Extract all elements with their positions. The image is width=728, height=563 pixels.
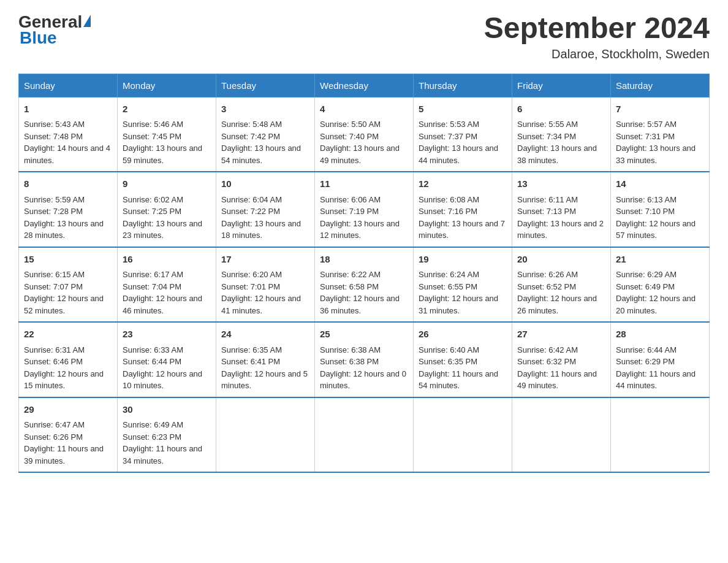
sunrise-text: Sunrise: 6:08 AMSunset: 7:16 PMDaylight:… [419,195,505,240]
calendar-cell [216,397,315,473]
logo-blue-text: Blue [20,28,57,48]
sunrise-text: Sunrise: 6:31 AMSunset: 6:46 PMDaylight:… [24,345,104,391]
column-header-tuesday: Tuesday [216,74,315,97]
calendar-cell: 12 Sunrise: 6:08 AMSunset: 7:16 PMDaylig… [414,172,512,247]
calendar-cell: 14 Sunrise: 6:13 AMSunset: 7:10 PMDaylig… [611,172,710,247]
calendar-cell: 25 Sunrise: 6:38 AMSunset: 6:38 PMDaylig… [315,322,414,397]
week-row-1: 1 Sunrise: 5:43 AMSunset: 7:48 PMDayligh… [19,97,710,172]
day-number: 8 [24,177,112,191]
calendar-cell: 21 Sunrise: 6:29 AMSunset: 6:49 PMDaylig… [611,247,710,323]
column-header-thursday: Thursday [414,74,512,97]
calendar-cell: 29 Sunrise: 6:47 AMSunset: 6:26 PMDaylig… [19,397,118,473]
day-number: 9 [123,177,211,191]
day-number: 22 [24,327,112,342]
sunrise-text: Sunrise: 5:55 AMSunset: 7:34 PMDaylight:… [517,120,597,165]
calendar-cell [512,397,611,473]
sunrise-text: Sunrise: 5:46 AMSunset: 7:45 PMDaylight:… [123,120,202,165]
sunrise-text: Sunrise: 6:13 AMSunset: 7:10 PMDaylight:… [616,195,696,240]
sunrise-text: Sunrise: 6:33 AMSunset: 6:44 PMDaylight:… [123,345,202,391]
month-title: September 2024 [484,12,710,45]
sunrise-text: Sunrise: 6:04 AMSunset: 7:22 PMDaylight:… [221,195,301,240]
column-header-sunday: Sunday [19,74,118,97]
sunrise-text: Sunrise: 6:06 AMSunset: 7:19 PMDaylight:… [320,195,400,240]
sunrise-text: Sunrise: 6:44 AMSunset: 6:29 PMDaylight:… [616,345,696,391]
sunrise-text: Sunrise: 6:42 AMSunset: 6:32 PMDaylight:… [517,345,597,391]
day-number: 19 [419,253,507,267]
week-row-2: 8 Sunrise: 5:59 AMSunset: 7:28 PMDayligh… [19,172,710,247]
day-number: 29 [24,403,112,417]
calendar-cell: 17 Sunrise: 6:20 AMSunset: 7:01 PMDaylig… [216,247,315,323]
calendar-cell: 23 Sunrise: 6:33 AMSunset: 6:44 PMDaylig… [118,322,216,397]
day-number: 6 [517,102,605,117]
day-number: 18 [320,253,408,267]
calendar-cell: 22 Sunrise: 6:31 AMSunset: 6:46 PMDaylig… [19,322,118,397]
day-number: 5 [419,102,507,117]
calendar-cell: 1 Sunrise: 5:43 AMSunset: 7:48 PMDayligh… [19,97,118,172]
sunrise-text: Sunrise: 6:11 AMSunset: 7:13 PMDaylight:… [517,195,604,240]
sunrise-text: Sunrise: 6:29 AMSunset: 6:49 PMDaylight:… [616,270,696,315]
calendar-cell: 3 Sunrise: 5:48 AMSunset: 7:42 PMDayligh… [216,97,315,172]
calendar-cell: 2 Sunrise: 5:46 AMSunset: 7:45 PMDayligh… [118,97,216,172]
logo-triangle-icon [83,15,91,27]
sunrise-text: Sunrise: 6:02 AMSunset: 7:25 PMDaylight:… [123,195,202,240]
day-number: 16 [123,253,211,267]
calendar-cell: 7 Sunrise: 5:57 AMSunset: 7:31 PMDayligh… [611,97,710,172]
column-header-saturday: Saturday [611,74,710,97]
day-number: 24 [221,327,309,342]
sunrise-text: Sunrise: 5:57 AMSunset: 7:31 PMDaylight:… [616,120,696,165]
week-row-4: 22 Sunrise: 6:31 AMSunset: 6:46 PMDaylig… [19,322,710,397]
calendar-cell: 5 Sunrise: 5:53 AMSunset: 7:37 PMDayligh… [414,97,512,172]
day-number: 13 [517,177,605,191]
calendar-cell: 9 Sunrise: 6:02 AMSunset: 7:25 PMDayligh… [118,172,216,247]
day-number: 30 [123,403,211,417]
calendar-cell: 20 Sunrise: 6:26 AMSunset: 6:52 PMDaylig… [512,247,611,323]
day-number: 14 [616,177,704,191]
day-number: 12 [419,177,507,191]
header-right: September 2024 Dalaroe, Stockholm, Swede… [484,12,710,61]
day-number: 2 [123,102,211,117]
sunrise-text: Sunrise: 6:49 AMSunset: 6:23 PMDaylight:… [123,420,202,465]
calendar-cell [315,397,414,473]
column-header-friday: Friday [512,74,611,97]
sunrise-text: Sunrise: 6:24 AMSunset: 6:55 PMDaylight:… [419,270,498,315]
sunrise-text: Sunrise: 5:43 AMSunset: 7:48 PMDaylight:… [24,120,110,165]
day-number: 28 [616,327,704,342]
sunrise-text: Sunrise: 5:53 AMSunset: 7:37 PMDaylight:… [419,120,498,165]
sunrise-text: Sunrise: 6:38 AMSunset: 6:38 PMDaylight:… [320,345,406,391]
calendar-cell: 11 Sunrise: 6:06 AMSunset: 7:19 PMDaylig… [315,172,414,247]
sunrise-text: Sunrise: 5:50 AMSunset: 7:40 PMDaylight:… [320,120,400,165]
day-number: 10 [221,177,309,191]
calendar-cell: 26 Sunrise: 6:40 AMSunset: 6:35 PMDaylig… [414,322,512,397]
column-header-wednesday: Wednesday [315,74,414,97]
sunrise-text: Sunrise: 6:22 AMSunset: 6:58 PMDaylight:… [320,270,400,315]
calendar-cell: 10 Sunrise: 6:04 AMSunset: 7:22 PMDaylig… [216,172,315,247]
calendar-header-row: SundayMondayTuesdayWednesdayThursdayFrid… [19,74,710,97]
day-number: 23 [123,327,211,342]
calendar-table: SundayMondayTuesdayWednesdayThursdayFrid… [18,74,710,473]
week-row-5: 29 Sunrise: 6:47 AMSunset: 6:26 PMDaylig… [19,397,710,473]
calendar-cell: 8 Sunrise: 5:59 AMSunset: 7:28 PMDayligh… [19,172,118,247]
day-number: 15 [24,253,112,267]
day-number: 27 [517,327,605,342]
calendar-cell: 15 Sunrise: 6:15 AMSunset: 7:07 PMDaylig… [19,247,118,323]
day-number: 3 [221,102,309,117]
calendar-cell: 4 Sunrise: 5:50 AMSunset: 7:40 PMDayligh… [315,97,414,172]
calendar-cell: 16 Sunrise: 6:17 AMSunset: 7:04 PMDaylig… [118,247,216,323]
sunrise-text: Sunrise: 5:59 AMSunset: 7:28 PMDaylight:… [24,195,104,240]
week-row-3: 15 Sunrise: 6:15 AMSunset: 7:07 PMDaylig… [19,247,710,323]
day-number: 1 [24,102,112,117]
calendar-cell: 19 Sunrise: 6:24 AMSunset: 6:55 PMDaylig… [414,247,512,323]
sunrise-text: Sunrise: 6:15 AMSunset: 7:07 PMDaylight:… [24,270,104,315]
location-title: Dalaroe, Stockholm, Sweden [484,47,710,61]
logo: General Blue [18,12,91,48]
calendar-cell: 18 Sunrise: 6:22 AMSunset: 6:58 PMDaylig… [315,247,414,323]
sunrise-text: Sunrise: 6:26 AMSunset: 6:52 PMDaylight:… [517,270,597,315]
page-header: General Blue September 2024 Dalaroe, Sto… [18,12,710,61]
calendar-cell: 30 Sunrise: 6:49 AMSunset: 6:23 PMDaylig… [118,397,216,473]
calendar-cell: 6 Sunrise: 5:55 AMSunset: 7:34 PMDayligh… [512,97,611,172]
day-number: 17 [221,253,309,267]
sunrise-text: Sunrise: 6:17 AMSunset: 7:04 PMDaylight:… [123,270,202,315]
column-header-monday: Monday [118,74,216,97]
sunrise-text: Sunrise: 6:40 AMSunset: 6:35 PMDaylight:… [419,345,498,391]
sunrise-text: Sunrise: 6:47 AMSunset: 6:26 PMDaylight:… [24,420,104,465]
